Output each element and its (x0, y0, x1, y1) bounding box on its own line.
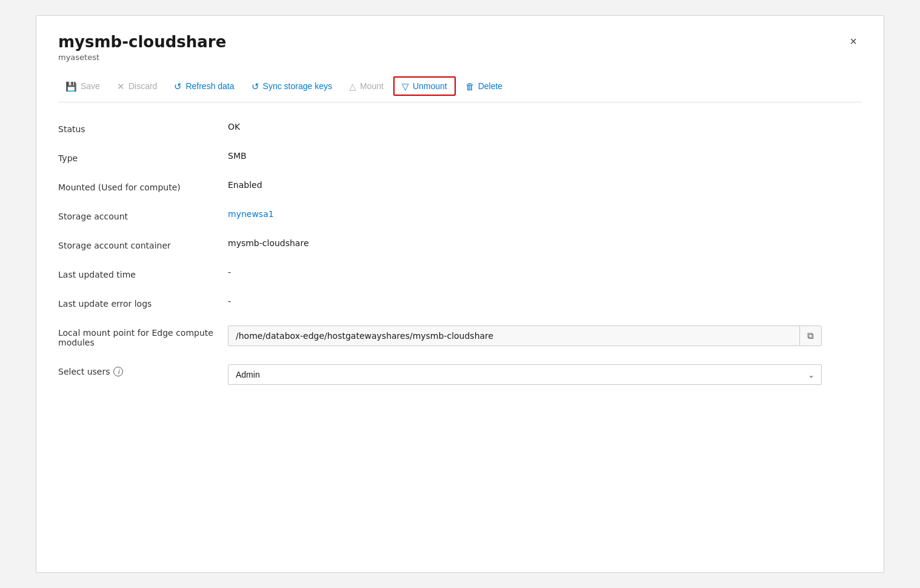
local-mount-label: Local mount point for Edge compute modul… (58, 326, 228, 347)
save-icon: 💾 (65, 82, 77, 91)
mounted-label: Mounted (Used for compute) (58, 180, 228, 192)
status-value: OK (228, 122, 862, 132)
unmount-icon: ▽ (402, 82, 409, 91)
panel-subtitle: myasetest (58, 53, 226, 62)
sync-icon: ↺ (252, 82, 259, 91)
discard-icon: ✕ (117, 82, 125, 91)
select-users-label: Select users i (58, 364, 228, 376)
save-button[interactable]: 💾 Save (58, 78, 107, 95)
info-icon: i (113, 367, 123, 376)
last-error-value: - (228, 296, 862, 306)
detail-panel: mysmb-cloudshare myasetest × 💾 Save ✕ Di… (36, 15, 884, 573)
form-body: Status OK Type SMB Mounted (Used for com… (58, 122, 862, 385)
storage-container-value: mysmb-cloudshare (228, 238, 862, 248)
copy-icon: ⧉ (807, 330, 814, 341)
select-users-dropdown[interactable]: Admin (228, 364, 822, 385)
delete-icon: 🗑 (465, 82, 475, 91)
last-error-label: Last update error logs (58, 296, 228, 309)
mount-button[interactable]: △ Mount (342, 78, 391, 95)
storage-account-value: mynewsa1 (228, 209, 862, 219)
type-label: Type (58, 151, 228, 163)
sync-storage-keys-button[interactable]: ↺ Sync storage keys (244, 78, 339, 95)
panel-header: mysmb-cloudshare myasetest × (58, 33, 862, 62)
last-updated-label: Last updated time (58, 267, 228, 279)
local-mount-field: /home/databox-edge/hostgatewayshares/mys… (228, 326, 822, 346)
storage-account-label: Storage account (58, 209, 228, 221)
local-mount-value: /home/databox-edge/hostgatewayshares/mys… (228, 326, 799, 346)
discard-button[interactable]: ✕ Discard (110, 78, 164, 95)
delete-button[interactable]: 🗑 Delete (458, 78, 510, 95)
unmount-button[interactable]: ▽ Unmount (393, 76, 456, 96)
close-button[interactable]: × (845, 33, 862, 50)
type-value: SMB (228, 151, 862, 161)
refresh-icon: ↺ (174, 82, 182, 91)
panel-title-block: mysmb-cloudshare myasetest (58, 33, 226, 62)
mount-icon: △ (349, 82, 356, 91)
panel-title: mysmb-cloudshare (58, 33, 226, 52)
mounted-value: Enabled (228, 180, 862, 190)
last-updated-value: - (228, 267, 862, 277)
toolbar: 💾 Save ✕ Discard ↺ Refresh data ↺ Sync s… (58, 70, 862, 102)
storage-container-label: Storage account container (58, 238, 228, 250)
status-label: Status (58, 122, 228, 134)
refresh-button[interactable]: ↺ Refresh data (167, 78, 241, 95)
select-users-wrapper: Admin ⌄ (228, 364, 822, 385)
copy-button[interactable]: ⧉ (799, 326, 821, 346)
